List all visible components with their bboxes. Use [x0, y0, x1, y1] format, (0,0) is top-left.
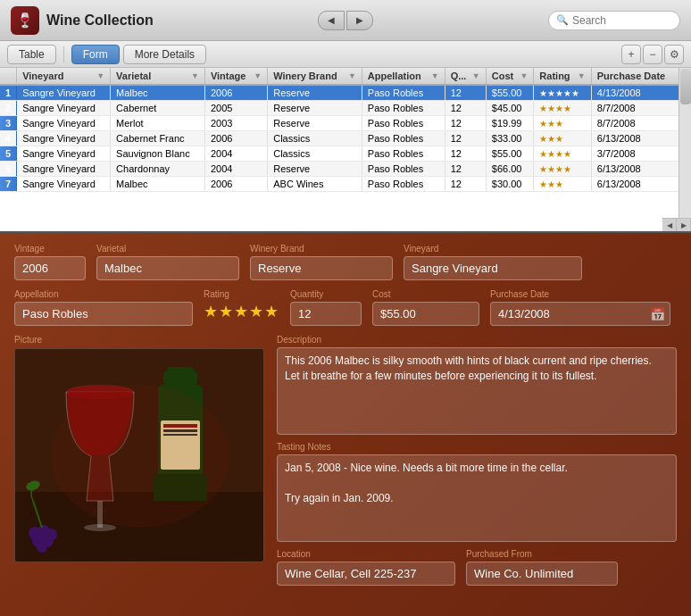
cell-quantity: 12	[445, 116, 486, 131]
cell-varietal: Sauvignon Blanc	[111, 146, 205, 162]
toolbar-right: + − ⚙	[621, 45, 684, 64]
wine-icon: 🍷	[16, 12, 34, 29]
table-row[interactable]: 1Sangre VineyardMalbec2006ReservePaso Ro…	[0, 85, 691, 101]
cell-vineyard: Sangre Vineyard	[17, 101, 111, 116]
field-winery: Winery Brand	[250, 244, 393, 280]
cell-cost: $30.00	[486, 177, 534, 192]
label-vintage: Vintage	[14, 244, 86, 254]
table-scrollbar[interactable]	[679, 68, 691, 231]
label-location: Location	[277, 549, 455, 559]
picture-box[interactable]	[14, 348, 264, 562]
tab-more-details[interactable]: More Details	[123, 45, 206, 64]
cell-varietal: Merlot	[111, 116, 205, 131]
nav-controls: ◀ ▶	[318, 11, 373, 30]
svg-rect-2	[167, 367, 194, 371]
tasting-notes-wrapper: Tasting Notes	[277, 442, 677, 542]
cell-winery: Reserve	[268, 162, 362, 177]
cell-winery: Classics	[268, 146, 362, 162]
cell-purchase_date: 6/13/2008	[591, 162, 690, 177]
label-cost: Cost	[372, 289, 479, 299]
input-winery[interactable]	[250, 256, 393, 280]
table-scroll-thumb[interactable]	[680, 69, 691, 104]
input-description[interactable]	[277, 347, 677, 435]
table-nav-left[interactable]: ◀	[662, 219, 677, 231]
input-varietal[interactable]	[96, 256, 239, 280]
col-vintage[interactable]: Vintage▼	[204, 68, 267, 85]
cell-rating: ★★★★★	[534, 85, 591, 101]
label-rating: Rating	[204, 289, 279, 299]
cell-winery: ABC Wines	[268, 177, 362, 192]
cell-vineyard: Sangre Vineyard	[17, 146, 111, 162]
input-vintage[interactable]	[14, 256, 86, 280]
col-winery[interactable]: Winery Brand▼	[268, 68, 362, 85]
table-row[interactable]: 4Sangre VineyardCabernet Franc2006Classi…	[0, 131, 691, 146]
input-location[interactable]	[277, 562, 455, 586]
table-nav-right[interactable]: ▶	[677, 219, 691, 231]
toolbar: Table Form More Details + − ⚙	[0, 41, 691, 68]
cell-rating: ★★★★	[534, 101, 591, 116]
cell-cost: $55.00	[486, 146, 534, 162]
input-cost[interactable]	[372, 302, 479, 326]
cell-vintage: 2006	[204, 177, 267, 192]
cell-quantity: 12	[445, 162, 486, 177]
cell-winery: Reserve	[268, 85, 362, 101]
input-vineyard[interactable]	[404, 256, 582, 280]
cell-cost: $33.00	[486, 131, 534, 146]
action-button[interactable]: ⚙	[664, 45, 684, 64]
row-number: 5	[0, 146, 17, 162]
label-purchased-from: Purchased From	[466, 549, 618, 559]
cell-purchase_date: 4/13/2008	[591, 85, 690, 101]
cell-appellation: Paso Robles	[362, 101, 445, 116]
wine-image-svg	[15, 349, 264, 562]
col-purchase-date[interactable]: Purchase Date▼	[591, 68, 690, 85]
label-appellation: Appellation	[14, 289, 193, 299]
col-vineyard[interactable]: Vineyard▼	[17, 68, 111, 85]
description-wrapper: Description	[277, 335, 677, 435]
table-row[interactable]: 5Sangre VineyardSauvignon Blanc2004Class…	[0, 146, 691, 162]
cell-varietal: Chardonnay	[111, 162, 205, 177]
remove-record-button[interactable]: −	[643, 45, 662, 64]
cell-purchase_date: 6/13/2008	[591, 131, 690, 146]
tab-table[interactable]: Table	[7, 45, 56, 64]
cell-appellation: Paso Robles	[362, 177, 445, 192]
input-tasting-notes[interactable]	[277, 454, 677, 542]
input-purchased-from[interactable]	[466, 562, 618, 586]
cell-rating: ★★★	[534, 131, 591, 146]
label-varietal: Varietal	[96, 244, 239, 254]
table-row[interactable]: 7Sangre VineyardMalbec2006ABC WinesPaso …	[0, 177, 691, 192]
field-rating: Rating ★★★★★	[204, 289, 279, 321]
input-appellation[interactable]	[14, 302, 193, 326]
cell-cost: $45.00	[486, 101, 534, 116]
col-appellation[interactable]: Appellation▼	[362, 68, 445, 85]
input-quantity[interactable]	[290, 302, 362, 326]
col-rating[interactable]: Rating▼	[534, 68, 591, 85]
cell-vintage: 2003	[204, 116, 267, 131]
form-row-bottom: Location Purchased From	[277, 549, 677, 586]
cell-purchase_date: 8/7/2008	[591, 101, 690, 116]
table-nav: ◀ ▶	[662, 218, 691, 231]
svg-point-22	[51, 385, 229, 528]
table-row[interactable]: 6Sangre VineyardChardonnay2004ReservePas…	[0, 162, 691, 177]
cell-vintage: 2005	[204, 101, 267, 116]
search-input[interactable]	[572, 14, 670, 27]
cell-vintage: 2004	[204, 146, 267, 162]
rating-stars[interactable]: ★★★★★	[204, 302, 279, 321]
cell-vineyard: Sangre Vineyard	[17, 85, 111, 101]
table-row[interactable]: 3Sangre VineyardMerlot2003ReservePaso Ro…	[0, 116, 691, 131]
add-record-button[interactable]: +	[621, 45, 641, 64]
picture-section: Picture	[14, 335, 264, 595]
forward-button[interactable]: ▶	[346, 11, 373, 30]
row-number: 1	[0, 85, 17, 101]
search-icon: 🔍	[556, 14, 569, 26]
tab-form[interactable]: Form	[71, 45, 120, 64]
calendar-icon[interactable]: 📅	[650, 307, 665, 321]
col-varietal[interactable]: Varietal▼	[111, 68, 205, 85]
cell-varietal: Malbec	[111, 85, 205, 101]
table-row[interactable]: 2Sangre VineyardCabernet2005ReservePaso …	[0, 101, 691, 116]
col-quantity[interactable]: Q...▼	[445, 68, 486, 85]
col-cost[interactable]: Cost▼	[486, 68, 534, 85]
cell-appellation: Paso Robles	[362, 131, 445, 146]
input-purchase-date[interactable]	[490, 302, 670, 326]
back-button[interactable]: ◀	[318, 11, 345, 30]
cell-quantity: 12	[445, 101, 486, 116]
